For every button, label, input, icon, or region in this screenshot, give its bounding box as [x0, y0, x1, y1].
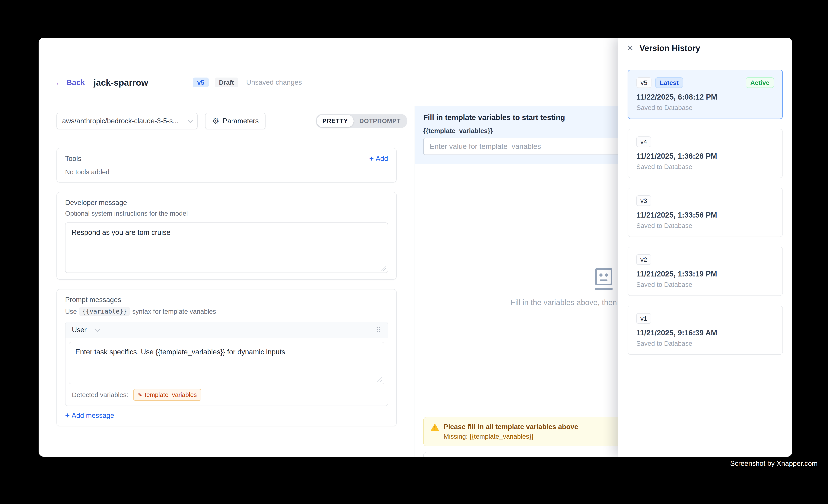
add-message-label: Add message: [72, 412, 114, 420]
version-card-v3[interactable]: v3 11/21/2025, 1:33:56 PM Saved to Datab…: [628, 188, 783, 237]
version-status: Saved to Database: [636, 163, 774, 170]
detected-variables-row: Detected variables: ✎ template_variables: [66, 387, 388, 406]
back-arrow-icon: ←: [55, 78, 64, 87]
hint-prefix: Use: [65, 308, 77, 315]
parameters-button[interactable]: ⚙ Parameters: [205, 113, 265, 129]
pencil-icon: ✎: [138, 392, 142, 398]
version-history-panel: ✕ Version History v5 Latest Active 11/22…: [618, 38, 792, 457]
plus-icon: +: [369, 155, 374, 163]
message-value: Enter task specifics. Use {{template_var…: [75, 347, 378, 357]
warning-triangle-icon: !: [431, 423, 439, 431]
add-tool-label: Add: [376, 155, 388, 163]
tools-card: Tools + Add No tools added: [56, 148, 397, 182]
variable-chip-label: template_variables: [145, 391, 197, 398]
version-history-header: ✕ Version History: [618, 38, 792, 59]
version-tag-badge: v3: [636, 195, 651, 206]
resize-handle-icon[interactable]: [377, 377, 382, 382]
add-tool-button[interactable]: + Add: [369, 155, 388, 163]
version-status: Saved to Database: [636, 281, 774, 288]
app-window: ← Back jack-sparrow v5 Draft Unsaved cha…: [39, 38, 792, 457]
model-select-value: aws/anthropic/bedrock-claude-3-5-s...: [62, 117, 178, 125]
toggle-pretty[interactable]: PRETTY: [317, 115, 354, 127]
version-list: v5 Latest Active 11/22/2025, 6:08:12 PM …: [618, 59, 792, 365]
bot-icon-base: [595, 288, 613, 290]
version-date: 11/21/2025, 1:33:56 PM: [636, 211, 774, 219]
editor-column: aws/anthropic/bedrock-claude-3-5-s... ⚙ …: [39, 106, 415, 457]
plus-icon: +: [65, 412, 70, 420]
developer-message-subtitle: Optional system instructions for the mod…: [65, 210, 388, 217]
parameters-label: Parameters: [222, 117, 258, 125]
version-card-v4[interactable]: v4 11/21/2025, 1:36:28 PM Saved to Datab…: [628, 129, 783, 178]
close-icon[interactable]: ✕: [627, 44, 633, 52]
message-body: Enter task specifics. Use {{template_var…: [66, 338, 388, 387]
version-tag-badge: v2: [636, 254, 651, 265]
developer-message-value: Respond as you are tom cruise: [72, 228, 382, 237]
model-select[interactable]: aws/anthropic/bedrock-claude-3-5-s...: [56, 113, 198, 129]
warning-title: Please fill in all template variables ab…: [444, 423, 578, 431]
version-status: Saved to Database: [636, 104, 774, 112]
bot-icon: [595, 268, 612, 285]
format-toggle: PRETTY DOTPROMPT: [316, 114, 407, 128]
editor-scroll-area: Tools + Add No tools added Developer mes…: [39, 136, 415, 457]
version-tag-badge: v4: [636, 136, 651, 147]
version-status: Saved to Database: [636, 340, 774, 347]
message-block: User ⠿ Enter task specifics. Use {{templ…: [65, 322, 388, 406]
prompt-messages-title: Prompt messages: [65, 296, 388, 304]
variable-syntax-chip: {{variable}}: [79, 307, 129, 316]
version-tag-badge: v5: [636, 77, 652, 88]
prompt-messages-hint: Use {{variable}} syntax for template var…: [65, 307, 388, 316]
chevron-down-icon[interactable]: [95, 327, 100, 332]
version-card-v2[interactable]: v2 11/21/2025, 1:33:19 PM Saved to Datab…: [628, 247, 783, 296]
version-date: 11/21/2025, 9:16:39 AM: [636, 329, 774, 337]
model-toolbar: aws/anthropic/bedrock-claude-3-5-s... ⚙ …: [39, 106, 415, 136]
variable-chip[interactable]: ✎ template_variables: [133, 389, 201, 401]
developer-message-title: Developer message: [65, 199, 388, 207]
version-history-title: Version History: [639, 43, 700, 53]
back-button[interactable]: ← Back: [55, 78, 85, 87]
detected-variables-label: Detected variables:: [72, 391, 128, 398]
role-select-value[interactable]: User: [72, 326, 87, 334]
tools-empty-label: No tools added: [65, 168, 388, 176]
back-label: Back: [67, 78, 85, 87]
version-date: 11/21/2025, 1:33:19 PM: [636, 270, 774, 278]
gear-icon: ⚙: [212, 117, 219, 125]
version-date: 11/22/2025, 6:08:12 PM: [636, 93, 774, 101]
hint-suffix: syntax for template variables: [132, 308, 216, 315]
chevron-down-icon: [188, 118, 193, 123]
version-card-v5[interactable]: v5 Latest Active 11/22/2025, 6:08:12 PM …: [628, 70, 783, 119]
tools-title: Tools: [65, 155, 81, 163]
version-tag-badge: v1: [636, 313, 651, 324]
prompt-messages-card: Prompt messages Use {{variable}} syntax …: [56, 289, 397, 426]
drag-handle-icon[interactable]: ⠿: [376, 326, 381, 334]
add-message-button[interactable]: + Add message: [65, 412, 114, 420]
developer-message-textarea[interactable]: Respond as you are tom cruise: [65, 222, 388, 273]
version-status: Saved to Database: [636, 222, 774, 229]
unsaved-changes-label: Unsaved changes: [246, 79, 302, 86]
version-date: 11/21/2025, 1:36:28 PM: [636, 152, 774, 160]
draft-badge: Draft: [215, 78, 238, 87]
xnapper-watermark: Screenshot by Xnapper.com: [730, 460, 818, 467]
resize-handle-icon[interactable]: [381, 266, 386, 270]
toggle-dotprompt[interactable]: DOTPROMPT: [354, 115, 406, 127]
version-badge: v5: [193, 78, 209, 87]
message-textarea[interactable]: Enter task specifics. Use {{template_var…: [69, 342, 384, 384]
active-badge: Active: [746, 77, 774, 88]
message-role-header: User ⠿: [66, 322, 388, 338]
latest-badge: Latest: [655, 77, 683, 88]
developer-message-card: Developer message Optional system instru…: [56, 192, 397, 280]
page-title: jack-sparrow: [93, 77, 148, 88]
version-card-v1[interactable]: v1 11/21/2025, 9:16:39 AM Saved to Datab…: [628, 306, 783, 355]
